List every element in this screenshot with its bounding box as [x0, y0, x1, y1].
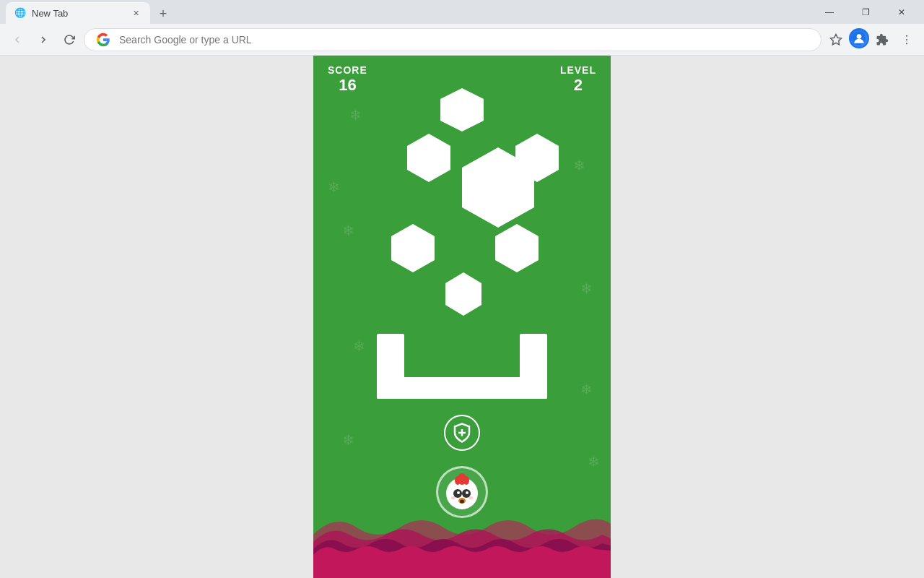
bookmark-button[interactable] [824, 28, 847, 51]
extensions-button[interactable] [871, 28, 894, 51]
score-value: 16 [339, 76, 356, 95]
maximize-button[interactable]: ❐ [849, 0, 882, 24]
svg-point-4 [906, 43, 907, 44]
toolbar: Search Google or type a URL [0, 24, 924, 56]
window-controls: — ❐ ✕ [813, 0, 918, 24]
tab-strip: 🌐 New Tab ✕ + [6, 0, 813, 24]
close-button[interactable]: ✕ [885, 0, 918, 24]
svg-point-3 [906, 38, 907, 40]
content-area: ❄ ❄ ❄ ❄ ❄ ❄ ❄ ❄ ❄ SCORE 16 LEVEL 2 [0, 56, 924, 578]
tab-favicon: 🌐 [14, 7, 26, 19]
svg-point-9 [455, 476, 461, 485]
google-logo [96, 33, 110, 47]
u-bottom-bar [377, 377, 547, 399]
level-value: 2 [574, 76, 583, 95]
reload-button[interactable] [58, 28, 81, 51]
browser-frame: 🌐 New Tab ✕ + — ❐ ✕ [0, 0, 924, 578]
hex-row2-left [391, 224, 435, 272]
shield-powerup [444, 415, 480, 451]
snowflake-decoration: ❄ [588, 453, 600, 470]
level-label: LEVEL [560, 64, 596, 76]
snowflake-decoration: ❄ [342, 431, 354, 449]
profile-avatar-icon [852, 31, 866, 46]
game-container[interactable]: ❄ ❄ ❄ ❄ ❄ ❄ ❄ ❄ ❄ SCORE 16 LEVEL 2 [313, 56, 611, 578]
u-shape-barrier [377, 334, 547, 399]
menu-button[interactable] [895, 28, 918, 51]
ground-waves [313, 491, 611, 578]
tab-title: New Tab [32, 8, 124, 19]
hex-row1-left [407, 134, 450, 182]
title-bar: 🌐 New Tab ✕ + — ❐ ✕ [0, 0, 924, 24]
svg-point-2 [906, 35, 907, 36]
wave-svg [313, 491, 611, 578]
hex-row3-center [445, 272, 481, 316]
address-bar[interactable]: Search Google or type a URL [84, 28, 821, 51]
minimize-button[interactable]: — [813, 0, 846, 24]
score-label: SCORE [328, 64, 367, 76]
toolbar-icons [824, 28, 918, 51]
svg-point-10 [463, 476, 469, 485]
game-hud: SCORE 16 LEVEL 2 [313, 56, 611, 103]
address-input[interactable]: Search Google or type a URL [119, 34, 812, 46]
back-button[interactable] [6, 28, 29, 51]
shield-icon [451, 422, 473, 444]
new-tab-button[interactable]: + [153, 4, 173, 24]
active-tab[interactable]: 🌐 New Tab ✕ [6, 2, 150, 24]
level-section: LEVEL 2 [560, 64, 596, 95]
score-section: SCORE 16 [328, 64, 367, 95]
tab-close-button[interactable]: ✕ [130, 7, 141, 19]
hex-row2-right [495, 224, 539, 272]
svg-point-1 [857, 34, 862, 39]
profile-button[interactable] [849, 28, 869, 48]
forward-button[interactable] [32, 28, 55, 51]
